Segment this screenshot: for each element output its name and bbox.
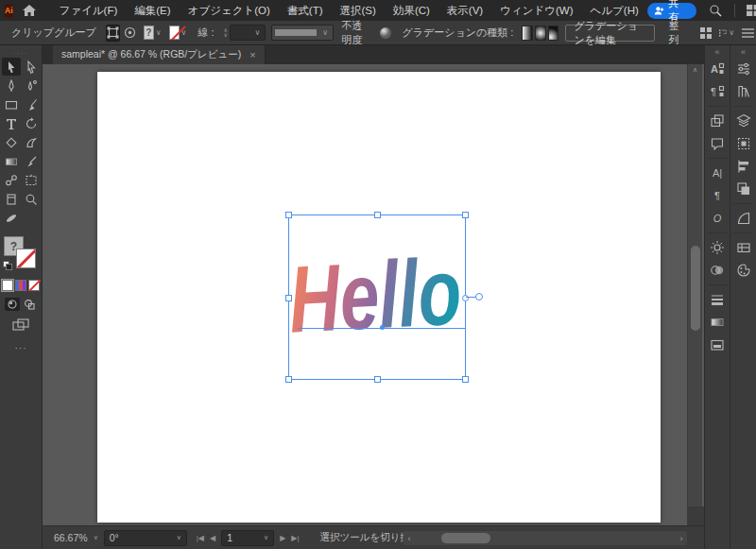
document-tab[interactable]: sampleai* @ 66.67 % (RGB/プレビュー) × xyxy=(53,45,266,64)
handle-top-middle[interactable] xyxy=(374,212,381,218)
search-button[interactable] xyxy=(704,0,727,21)
style-thumbnail-button[interactable] xyxy=(379,25,392,42)
controlbar-menu-button[interactable] xyxy=(742,25,754,42)
stroke-width-select[interactable]: ∨ xyxy=(230,25,266,41)
color-button[interactable] xyxy=(2,280,13,291)
paintbrush-tool[interactable] xyxy=(22,95,41,113)
menu-item[interactable]: 書式(T) xyxy=(279,0,332,21)
panel-properties[interactable] xyxy=(732,58,755,80)
first-artboard-button[interactable]: |◀ xyxy=(197,534,204,542)
share-button[interactable]: 共有 xyxy=(647,3,696,19)
panel-transparency[interactable] xyxy=(706,259,729,282)
stepper-down-icon[interactable]: ∨ xyxy=(224,33,228,38)
default-fill-stroke-button[interactable] xyxy=(3,261,13,271)
panel-comments[interactable] xyxy=(706,132,729,155)
horizontal-scroll-thumb[interactable] xyxy=(441,533,490,543)
panel-stroke[interactable] xyxy=(706,288,729,311)
direct-selection-tool[interactable] xyxy=(22,58,41,76)
menu-item[interactable]: オブジェクト(O) xyxy=(180,0,279,21)
panel-align[interactable] xyxy=(732,155,755,178)
draw-normal-button[interactable] xyxy=(5,298,20,311)
scroll-left-icon[interactable]: ‹ xyxy=(404,534,415,543)
next-artboard-button[interactable]: ▶ xyxy=(280,534,285,542)
previous-artboard-button[interactable]: ◀ xyxy=(210,534,215,542)
edit-gradient-button[interactable]: グラデーションを編集 xyxy=(565,25,655,42)
handle-bottom-right[interactable] xyxy=(462,376,469,383)
gradient-linear-button[interactable] xyxy=(522,26,533,41)
width-profile-select[interactable]: ∨ xyxy=(271,25,334,41)
scroll-right-icon[interactable]: › xyxy=(676,534,687,543)
panel-layers[interactable] xyxy=(732,110,755,132)
panel-libraries[interactable] xyxy=(732,80,755,103)
menu-item[interactable]: 効果(C) xyxy=(385,0,438,21)
panel-artboards[interactable] xyxy=(732,132,755,155)
blend-tool[interactable] xyxy=(2,171,21,189)
zoom-chevron[interactable]: ∨ xyxy=(94,534,98,541)
handle-bottom-left[interactable] xyxy=(285,376,292,383)
handle-top-right[interactable] xyxy=(462,212,469,218)
canvas[interactable]: Hello ∧ xyxy=(43,64,704,525)
zoom-tool[interactable] xyxy=(22,190,41,208)
screen-mode-button[interactable] xyxy=(0,318,42,332)
gradient-freeform-button[interactable] xyxy=(548,26,559,41)
shaper-tool[interactable] xyxy=(2,133,21,151)
menu-item[interactable]: 表示(V) xyxy=(438,0,491,21)
stroke-well[interactable] xyxy=(16,249,36,268)
panel-pathfinder[interactable] xyxy=(732,178,755,200)
panel-navigator[interactable] xyxy=(732,207,755,230)
artboard-number-select[interactable]: 1 ∨ xyxy=(221,530,274,546)
panel-paragraph-styles[interactable]: ¶ xyxy=(706,80,729,103)
menu-item[interactable]: ファイル(F) xyxy=(51,0,127,21)
home-button[interactable] xyxy=(23,5,36,17)
tab-close-icon[interactable]: × xyxy=(249,49,255,60)
curvature-tool[interactable] xyxy=(22,77,41,94)
selection-tool[interactable] xyxy=(2,58,21,76)
edit-toolbar-button[interactable]: ··· xyxy=(0,343,42,353)
panel-character-styles[interactable]: A xyxy=(706,58,729,80)
object-center-point[interactable] xyxy=(380,325,385,330)
hand-tool[interactable] xyxy=(22,133,41,151)
panel-character[interactable]: A| xyxy=(706,162,729,184)
align-button[interactable]: 整列 xyxy=(668,19,682,47)
scroll-up-icon[interactable]: ∧ xyxy=(693,64,697,76)
eyedropper-tool[interactable] xyxy=(22,152,41,170)
handle-middle-left[interactable] xyxy=(285,295,292,301)
workspace-switcher-button[interactable] xyxy=(743,0,756,21)
menu-item[interactable]: 編集(E) xyxy=(126,0,179,21)
gradient-radial-button[interactable] xyxy=(535,26,546,41)
blob-brush-tool[interactable] xyxy=(2,209,21,227)
horizontal-scrollbar[interactable]: ‹ › xyxy=(404,531,687,545)
rectangle-tool[interactable] xyxy=(2,95,21,113)
panel-paragraph[interactable]: ¶ xyxy=(706,184,729,207)
gradient-tool[interactable] xyxy=(2,152,21,170)
selection-bounding-box[interactable] xyxy=(288,214,466,380)
last-artboard-button[interactable]: ▶| xyxy=(291,534,299,542)
vertical-scroll-thumb[interactable] xyxy=(691,246,700,331)
stroke-width-stepper[interactable]: ∧∨ xyxy=(224,28,228,38)
panel-gradient[interactable] xyxy=(706,311,729,334)
collapse-outer-column-button[interactable]: « xyxy=(741,45,746,58)
handle-top-left[interactable] xyxy=(285,212,292,218)
menu-item[interactable]: ウィンドウ(W) xyxy=(491,0,581,21)
type-tool[interactable] xyxy=(2,114,21,132)
draw-behind-button[interactable] xyxy=(22,298,37,311)
handle-bottom-middle[interactable] xyxy=(374,376,381,383)
collapse-inner-column-button[interactable]: « xyxy=(714,45,719,58)
slice-tool[interactable] xyxy=(2,190,21,208)
panel-color-guide[interactable] xyxy=(732,259,755,282)
stroke-color-swatch[interactable] xyxy=(169,26,180,40)
pen-tool[interactable] xyxy=(2,77,21,94)
bounding-box-toggle[interactable] xyxy=(106,25,120,42)
panel-asset-export[interactable] xyxy=(732,236,755,259)
rotation-select[interactable]: 0° ∨ xyxy=(104,530,187,546)
docking-options-button[interactable]: ∨ xyxy=(719,25,736,42)
none-button[interactable] xyxy=(28,280,40,291)
toolbar-drag-handle[interactable]: ···· xyxy=(0,48,42,58)
workspace-grid-button[interactable] xyxy=(700,25,712,42)
side-handle-circle[interactable] xyxy=(475,293,483,300)
panel-opentype[interactable]: O xyxy=(706,207,729,230)
fill-color-swatch[interactable]: ? xyxy=(144,26,154,40)
fill-dropdown-chevron[interactable]: ∨ xyxy=(156,28,162,37)
zoom-level[interactable]: 66.67% xyxy=(54,532,88,543)
opacity-button[interactable]: 不透明度 xyxy=(341,19,369,47)
